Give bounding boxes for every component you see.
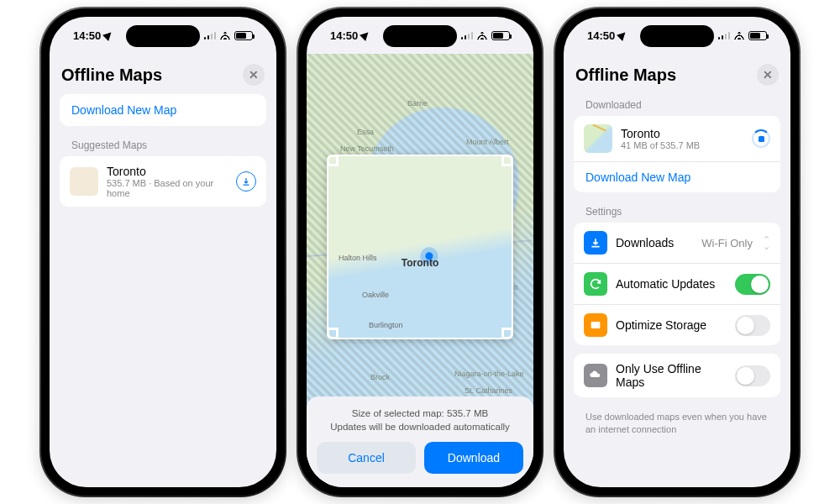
size-line: Size of selected map: 535.7 MB: [317, 407, 523, 420]
downloaded-map-progress: 41 MB of 535.7 MB: [621, 140, 743, 150]
cellular-icon: [461, 31, 474, 39]
setting-value: Wi-Fi Only: [701, 237, 753, 249]
map-label: Halton Hills: [339, 254, 377, 262]
cellular-icon: [718, 31, 731, 39]
battery-icon: [748, 31, 767, 40]
updates-line: Updates will be downloaded automatically: [317, 420, 523, 433]
resize-handle-tl[interactable]: [327, 155, 339, 166]
suggested-map-row[interactable]: Toronto 535.7 MB · Based on your home: [60, 156, 266, 207]
setting-label: Automatic Updates: [616, 277, 727, 291]
setting-offline-only[interactable]: Only Use Offline Maps: [574, 354, 780, 397]
phone-frame-3: 14:50 Offline Maps ✕ Downloaded Toronto: [555, 8, 799, 496]
updown-chevron-icon: ⌃⌄: [763, 236, 770, 249]
battery-icon: [491, 31, 510, 40]
selection-box[interactable]: Halton Hills Oakville Burlington Toronto: [327, 155, 513, 339]
storage-icon: [584, 313, 607, 337]
download-arrow-icon: [584, 231, 607, 255]
setting-label: Downloads: [616, 236, 693, 249]
setting-auto-updates[interactable]: Automatic Updates: [574, 263, 780, 304]
cloud-slash-icon: [584, 364, 607, 387]
suggested-map-name: Toronto: [107, 165, 228, 178]
stop-download-icon[interactable]: [752, 129, 770, 148]
map-label: Oakville: [362, 291, 389, 299]
wifi-icon: [219, 31, 231, 39]
svg-rect-1: [591, 322, 601, 324]
page-title: Offline Maps: [575, 66, 676, 85]
bottom-sheet: Size of selected map: 535.7 MB Updates w…: [307, 396, 533, 487]
downloaded-header: Downloaded: [574, 94, 780, 116]
setting-label: Only Use Offline Maps: [616, 362, 727, 389]
downloaded-map-name: Toronto: [621, 127, 743, 140]
phone-frame-1: 14:50 Offline Maps ✕ Download New Map Su…: [41, 8, 285, 496]
resize-handle-bl[interactable]: [327, 328, 339, 339]
setting-label: Optimize Storage: [616, 318, 727, 332]
location-icon: [102, 29, 114, 41]
settings-header: Settings: [574, 201, 780, 223]
dynamic-island: [640, 25, 714, 47]
location-icon: [617, 29, 628, 41]
refresh-icon: [584, 272, 607, 296]
dynamic-island: [383, 25, 457, 47]
footer-note: Use downloaded maps even when you have a…: [574, 406, 780, 441]
map-label: Burlington: [369, 321, 403, 329]
toggle-optimize-storage[interactable]: [735, 315, 770, 336]
download-new-map-button[interactable]: Download New Map: [60, 94, 266, 126]
setting-optimize-storage[interactable]: Optimize Storage: [574, 304, 780, 345]
toggle-offline-only[interactable]: [735, 365, 770, 386]
close-button[interactable]: ✕: [757, 64, 779, 86]
setting-downloads[interactable]: Downloads Wi-Fi Only ⌃⌄: [574, 223, 780, 263]
phone-frame-2: 14:50 Barrie Essa New Tecumseth Mount Al…: [298, 8, 542, 496]
dynamic-island: [126, 25, 200, 47]
download-button[interactable]: Download: [424, 442, 523, 474]
suggested-header: Suggested Maps: [60, 134, 266, 156]
location-icon: [360, 29, 371, 41]
page-title: Offline Maps: [61, 66, 162, 85]
status-time: 14:50: [330, 29, 358, 42]
resize-handle-tr[interactable]: [501, 155, 513, 166]
status-time: 14:50: [587, 29, 615, 42]
downloaded-map-row[interactable]: Toronto 41 MB of 535.7 MB: [574, 116, 780, 161]
map-thumbnail: [70, 167, 98, 196]
cellular-icon: [204, 31, 217, 39]
suggested-map-subtitle: 535.7 MB · Based on your home: [107, 178, 228, 198]
cancel-button[interactable]: Cancel: [317, 442, 416, 474]
battery-icon: [234, 31, 253, 40]
wifi-icon: [476, 31, 488, 39]
close-button[interactable]: ✕: [243, 64, 265, 86]
selected-city-label: Toronto: [402, 244, 438, 269]
map-thumbnail: [584, 124, 612, 153]
resize-handle-br[interactable]: [501, 328, 513, 339]
status-time: 14:50: [73, 29, 101, 42]
download-icon[interactable]: [236, 171, 256, 192]
toggle-auto-updates[interactable]: [735, 274, 770, 295]
wifi-icon: [733, 31, 745, 39]
download-new-map-button[interactable]: Download New Map: [585, 171, 770, 184]
